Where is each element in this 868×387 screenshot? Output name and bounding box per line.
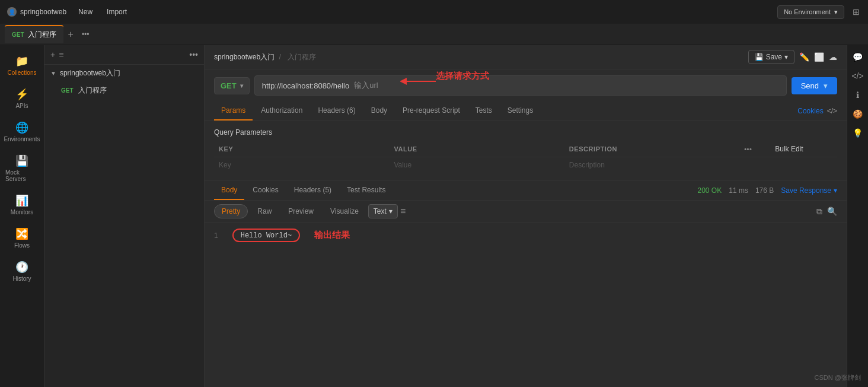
params-section: Query Parameters KEY VALUE DESCRIPTION •…	[205, 121, 847, 180]
main-content: springbootweb入门 / 入门程序 💾 Save ▾ ✏️ ⬜ ☁	[205, 45, 847, 387]
user-info: 👤 springbootweb	[7, 7, 66, 17]
key-cell	[214, 157, 389, 173]
save-chevron: ▾	[784, 53, 788, 61]
header-more-button[interactable]: ⬜	[814, 52, 824, 62]
sidebar-item-apis[interactable]: ⚡ APIs	[2, 83, 42, 114]
tab-tests[interactable]: Tests	[468, 101, 499, 120]
mock-servers-icon: 💾	[15, 154, 28, 167]
response-section: Body Cookies Headers (5) Test Results 20…	[205, 180, 847, 248]
code-editor-icon-button[interactable]: </>	[849, 69, 866, 83]
cookies-link[interactable]: Cookies	[797, 107, 823, 115]
content-header: springbootweb入门 / 入门程序 💾 Save ▾ ✏️ ⬜ ☁	[205, 45, 847, 69]
text-format-label: Text	[374, 207, 387, 215]
sidebar-item-mock-servers[interactable]: 💾 Mock Servers	[2, 150, 42, 187]
import-button[interactable]: Import	[102, 5, 132, 18]
search-response-button[interactable]: 🔍	[827, 207, 837, 217]
visualize-button[interactable]: Visualize	[323, 205, 366, 218]
col-header-more: •••	[739, 141, 770, 157]
tab-pre-request[interactable]: Pre-request Script	[395, 101, 467, 120]
response-time: 11 ms	[729, 186, 748, 195]
url-area: GET ▾ http://localhost:8080/hello 输入url …	[205, 69, 847, 101]
response-output: Hello World~	[232, 229, 300, 242]
filter-button[interactable]: ≡	[59, 50, 63, 59]
url-annotation: 输入url	[354, 80, 378, 91]
preview-button[interactable]: Preview	[281, 205, 321, 218]
text-format-chevron: ▾	[389, 207, 392, 215]
panel-more-button[interactable]: •••	[189, 50, 198, 59]
key-input[interactable]	[219, 161, 384, 169]
environments-icon: 🌐	[15, 121, 28, 134]
send-button[interactable]: Send ▾	[792, 77, 837, 94]
sidebar-item-collections[interactable]: 📁 Collections	[2, 50, 42, 81]
sidebar-label-history: History	[12, 275, 31, 282]
tab-body[interactable]: Body	[364, 101, 394, 120]
col-header-key: KEY	[214, 141, 389, 157]
bulk-edit-button[interactable]: Bulk Edit	[775, 145, 803, 153]
response-right-icons: ⧉ 🔍	[816, 207, 837, 217]
collection-item-springbootweb[interactable]: ▼ springbootweb入门	[44, 65, 204, 82]
pretty-button[interactable]: Pretty	[214, 204, 248, 218]
sidebar-item-history[interactable]: 🕐 History	[2, 256, 42, 287]
breadcrumb: springbootweb入门 / 入门程序	[214, 52, 318, 62]
edit-button[interactable]: ✏️	[799, 52, 809, 62]
chat-icon-button[interactable]: 💬	[850, 50, 865, 64]
status-code: 200 OK	[698, 186, 722, 195]
user-avatar: 👤	[7, 7, 17, 17]
description-input[interactable]	[569, 161, 735, 169]
tab-authorization[interactable]: Authorization	[254, 101, 309, 120]
breadcrumb-collection[interactable]: springbootweb入门	[214, 53, 275, 61]
value-input[interactable]	[394, 161, 559, 169]
sidebar-item-flows[interactable]: 🔀 Flows	[2, 223, 42, 253]
code-icon-button[interactable]: </>	[827, 107, 837, 115]
raw-button[interactable]: Raw	[250, 205, 279, 218]
response-tabs-bar: Body Cookies Headers (5) Test Results 20…	[205, 181, 847, 201]
add-collection-button[interactable]: +	[50, 50, 55, 59]
value-cell	[389, 157, 564, 173]
grid-icon-button[interactable]: ⊞	[851, 6, 861, 18]
more-tabs-button[interactable]: •••	[78, 29, 93, 40]
response-tab-test-results[interactable]: Test Results	[340, 181, 392, 200]
new-tab-button[interactable]: +	[65, 28, 77, 41]
request-item-get[interactable]: GET 入门程序	[44, 82, 204, 99]
copy-response-button[interactable]: ⧉	[816, 207, 822, 217]
sidebar-item-monitors[interactable]: 📊 Monitors	[2, 189, 42, 220]
tab-headers[interactable]: Headers (6)	[311, 101, 362, 120]
cloud-button[interactable]: ☁	[829, 52, 837, 62]
sidebar-item-environments[interactable]: 🌐 Environments	[2, 116, 42, 147]
bulb-icon-button[interactable]: 💡	[850, 126, 865, 140]
tab-bar: GET 入门程序 + •••	[0, 24, 868, 45]
response-tab-body[interactable]: Body	[214, 181, 244, 200]
collection-name: springbootweb入门	[60, 68, 120, 78]
cookie-icon-button[interactable]: 🍪	[850, 107, 865, 121]
response-tab-cookies[interactable]: Cookies	[245, 181, 285, 200]
info-icon-button[interactable]: ℹ	[854, 88, 861, 102]
wrap-icon-button[interactable]: ≡	[400, 206, 406, 217]
save-response-button[interactable]: Save Response ▾	[781, 186, 837, 195]
new-button[interactable]: New	[74, 5, 97, 18]
request-tab-0[interactable]: GET 入门程序	[5, 25, 63, 43]
send-label: Send	[801, 81, 819, 90]
method-select[interactable]: GET ▾	[214, 77, 250, 94]
tab-settings[interactable]: Settings	[500, 101, 540, 120]
tab-method-0: GET	[12, 31, 24, 38]
tab-params[interactable]: Params	[214, 101, 253, 120]
collections-icon: 📁	[15, 55, 28, 68]
save-button[interactable]: 💾 Save ▾	[748, 50, 794, 64]
text-format-select[interactable]: Text ▾	[368, 204, 398, 218]
response-status: 200 OK 11 ms 176 B Save Response ▾	[698, 186, 837, 195]
col-header-value: VALUE	[389, 141, 564, 157]
sidebar-label-mock-servers: Mock Servers	[5, 169, 39, 182]
method-chevron-icon: ▾	[240, 83, 243, 89]
response-tab-headers[interactable]: Headers (5)	[287, 181, 339, 200]
sidebar-label-monitors: Monitors	[11, 209, 33, 215]
top-actions: New Import	[74, 5, 132, 18]
response-line: 1 Hello World~ 输出结果	[214, 229, 837, 242]
top-right-icons: ⊞	[851, 6, 861, 18]
env-selector[interactable]: No Environment ▾	[777, 5, 844, 19]
params-table: KEY VALUE DESCRIPTION ••• Bulk Edit	[214, 141, 837, 173]
url-input-display[interactable]: http://localhost:8080/hello 输入url	[254, 75, 787, 96]
params-section-title: Query Parameters	[214, 128, 837, 137]
line-number: 1	[214, 231, 218, 240]
chevron-down-icon: ▼	[50, 70, 56, 77]
method-badge: GET	[61, 87, 74, 94]
